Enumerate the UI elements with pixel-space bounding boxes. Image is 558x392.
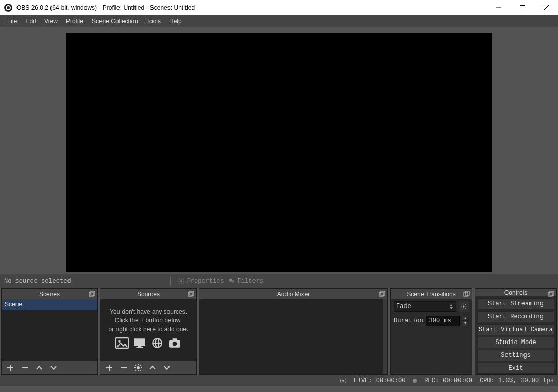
remove-source-button[interactable]	[119, 363, 128, 372]
updown-icon	[450, 303, 454, 310]
scenes-toolbar	[2, 361, 97, 374]
duration-spinner[interactable]	[462, 316, 469, 326]
svg-rect-7	[89, 292, 93, 296]
gear-icon	[461, 303, 467, 310]
popout-icon[interactable]	[463, 291, 470, 297]
globe-icon	[150, 337, 164, 349]
svg-point-28	[137, 367, 139, 369]
svg-point-4	[180, 280, 182, 282]
broadcast-icon	[340, 378, 347, 384]
scene-transitions-dock-header[interactable]: Scene Transitions	[391, 289, 472, 299]
filters-icon	[228, 278, 235, 285]
titlebar: OBS 26.0.2 (64-bit, windows) - Profile: …	[0, 0, 558, 15]
svg-marker-35	[464, 322, 466, 325]
popout-icon[interactable]	[548, 291, 554, 297]
window-maximize-button[interactable]	[511, 0, 534, 15]
window-minimize-button[interactable]	[487, 0, 511, 15]
gear-icon	[178, 278, 185, 285]
window-title: OBS 26.0.2 (64-bit, windows) - Profile: …	[16, 4, 195, 11]
settings-button[interactable]: Settings	[477, 350, 554, 361]
transition-select[interactable]: Fade	[394, 301, 456, 312]
menu-profile[interactable]: Profile	[62, 16, 88, 26]
spin-up[interactable]	[462, 316, 469, 321]
remove-scene-button[interactable]	[20, 363, 29, 372]
image-icon	[115, 337, 129, 349]
menu-file[interactable]: File	[3, 16, 21, 26]
preview-canvas[interactable]	[66, 33, 492, 272]
add-scene-button[interactable]	[6, 363, 15, 372]
scene-item[interactable]: Scene	[2, 299, 97, 310]
move-source-up-button[interactable]	[148, 363, 157, 372]
start-recording-button[interactable]: Start Recording	[477, 311, 554, 322]
sources-dock-header[interactable]: Sources	[100, 289, 196, 299]
move-scene-up-button[interactable]	[35, 363, 44, 372]
exit-button[interactable]: Exit	[477, 363, 554, 374]
audio-mixer-body[interactable]	[199, 299, 387, 374]
svg-point-38	[342, 380, 344, 382]
menubar: File Edit View Profile Scene Collection …	[0, 15, 558, 27]
svg-point-15	[118, 340, 120, 343]
scrollbar[interactable]	[383, 299, 387, 374]
duration-label: Duration	[394, 317, 424, 325]
svg-rect-12	[188, 292, 192, 296]
controls-body: Start Streaming Start Recording Start Vi…	[475, 296, 556, 376]
docks-row: Scenes Scene Sources You don't have any …	[0, 288, 558, 375]
source-properties-button[interactable]	[133, 363, 143, 372]
studio-mode-button[interactable]: Studio Mode	[477, 337, 554, 348]
svg-rect-31	[464, 292, 468, 296]
svg-rect-13	[190, 291, 194, 295]
svg-point-6	[231, 280, 234, 283]
status-rec: REC: 00:00:00	[424, 377, 472, 384]
scenes-list[interactable]: Scene	[2, 299, 97, 361]
svg-point-33	[463, 306, 465, 308]
svg-rect-32	[465, 291, 469, 295]
filters-button[interactable]: Filters	[228, 278, 263, 285]
sources-empty-message: You don't have any sources. Click the + …	[100, 299, 196, 353]
controls-dock-header[interactable]: Controls	[475, 289, 556, 296]
move-scene-down-button[interactable]	[49, 363, 58, 372]
svg-rect-30	[381, 291, 385, 295]
rec-indicator-icon	[413, 379, 417, 383]
sources-dock: Sources You don't have any sources. Clic…	[100, 288, 197, 375]
popout-icon[interactable]	[89, 291, 95, 297]
scenes-dock-header[interactable]: Scenes	[2, 289, 97, 299]
svg-rect-23	[173, 339, 177, 341]
start-streaming-button[interactable]: Start Streaming	[477, 298, 554, 310]
transition-settings-button[interactable]	[459, 301, 469, 312]
audio-mixer-dock: Audio Mixer	[199, 288, 388, 375]
controls-dock: Controls Start Streaming Start Recording…	[475, 288, 557, 375]
sources-list[interactable]: You don't have any sources. Click the + …	[100, 299, 196, 361]
window-close-button[interactable]	[534, 0, 558, 15]
start-virtual-camera-button[interactable]: Start Virtual Camera	[477, 324, 554, 335]
scene-transitions-body: Fade Duration 300 ms	[391, 299, 472, 374]
display-icon	[132, 337, 147, 349]
no-source-selected-label: No source selected	[4, 278, 71, 285]
svg-rect-8	[91, 291, 95, 295]
svg-rect-16	[134, 339, 145, 346]
source-context-toolbar: No source selected Properties Filters	[0, 274, 558, 288]
svg-rect-29	[379, 292, 383, 296]
preview-area	[0, 27, 558, 274]
popout-icon[interactable]	[188, 291, 194, 297]
audio-mixer-dock-header[interactable]: Audio Mixer	[199, 289, 387, 299]
menu-tools[interactable]: Tools	[142, 16, 165, 26]
scenes-dock: Scenes Scene	[1, 288, 98, 375]
menu-help[interactable]: Help	[165, 16, 186, 26]
spin-down[interactable]	[462, 321, 469, 326]
divider	[170, 277, 171, 286]
duration-input[interactable]: 300 ms	[426, 316, 460, 326]
add-source-button[interactable]	[105, 363, 114, 372]
popout-icon[interactable]	[379, 291, 385, 297]
svg-rect-17	[138, 346, 142, 347]
menu-view[interactable]: View	[40, 16, 62, 26]
menu-scene-collection[interactable]: Scene Collection	[88, 16, 142, 26]
menu-edit[interactable]: Edit	[21, 16, 40, 26]
svg-rect-18	[136, 347, 143, 348]
status-bar: LIVE: 00:00:00 REC: 00:00:00 CPU: 1.0%, …	[0, 375, 558, 386]
move-source-down-button[interactable]	[162, 363, 172, 372]
sources-toolbar	[100, 361, 196, 374]
svg-marker-34	[464, 317, 466, 319]
properties-button[interactable]: Properties	[178, 278, 224, 285]
svg-rect-37	[550, 291, 554, 295]
svg-rect-36	[548, 292, 552, 296]
